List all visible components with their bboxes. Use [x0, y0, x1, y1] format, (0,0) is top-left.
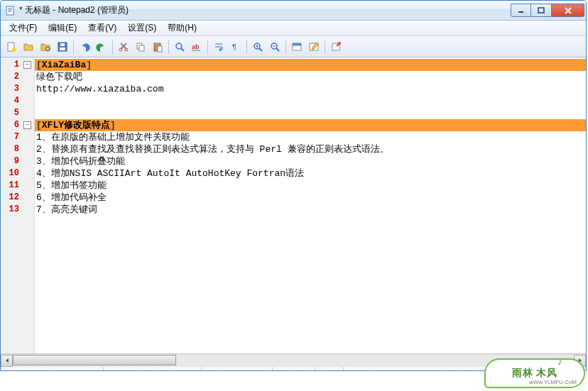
menu-help[interactable]: 帮助(H)	[162, 21, 202, 35]
minimize-button[interactable]	[511, 4, 531, 17]
editor-area: 1−23456−78910111213 [XiaZaiBa]绿色下载吧http:…	[1, 57, 586, 354]
maximize-button[interactable]	[531, 4, 552, 17]
window-title: * 无标题 - Notepad2 (管理员)	[19, 4, 511, 16]
svg-rect-8	[60, 43, 65, 46]
new-icon[interactable]	[4, 39, 19, 55]
toolbar-separator	[246, 40, 247, 54]
whitespace-icon[interactable]: ¶	[228, 39, 244, 55]
menubar: 文件(F) 编辑(E) 查看(V) 设置(S) 帮助(H)	[1, 21, 586, 36]
copy-icon[interactable]	[133, 39, 148, 55]
redo-icon[interactable]	[94, 39, 109, 55]
watermark-text: 雨林 木风	[512, 367, 558, 380]
svg-rect-15	[158, 46, 162, 52]
cut-icon[interactable]	[116, 39, 131, 55]
svg-rect-14	[156, 43, 159, 45]
scroll-left-button[interactable]	[1, 355, 13, 367]
line-number[interactable]: 3	[1, 83, 34, 95]
svg-rect-12	[139, 45, 144, 51]
toolbar-separator	[207, 40, 208, 54]
line-number[interactable]: 8	[1, 143, 34, 155]
line-number[interactable]: 11	[1, 180, 34, 192]
line-number[interactable]: 10	[1, 167, 34, 180]
menu-edit[interactable]: 编辑(E)	[43, 21, 82, 35]
save-icon[interactable]	[55, 39, 70, 55]
code-line[interactable]: 4、增加NSIS ASCIIArt AutoIt AutoHotKey Fort…	[35, 167, 586, 180]
app-window: * 无标题 - Notepad2 (管理员) 文件(F) 编辑(E) 查看(V)…	[0, 0, 587, 371]
line-number[interactable]: 12	[1, 192, 34, 204]
line-number[interactable]: 13	[1, 204, 34, 216]
toolbar-separator	[325, 40, 325, 54]
code-line[interactable]: [XiaZaiBa]	[35, 59, 586, 71]
code-line[interactable]: 6、增加代码补全	[35, 192, 586, 204]
toolbar-separator	[285, 40, 286, 54]
code-area[interactable]: [XiaZaiBa]绿色下载吧http://www.xiazaiba.com[X…	[35, 57, 586, 353]
line-number[interactable]: 9	[1, 155, 34, 167]
scroll-thumb[interactable]	[13, 355, 176, 365]
wordwrap-icon[interactable]	[211, 39, 227, 55]
svg-text:¶: ¶	[232, 43, 236, 51]
toolbar: ab ¶	[1, 36, 586, 57]
svg-rect-7	[60, 48, 65, 50]
svg-point-16	[176, 43, 182, 49]
app-icon	[5, 5, 16, 16]
watermark-logo: ♪ 雨林 木风 wWw.YLMFU.CoM	[484, 358, 585, 388]
svg-text:ab: ab	[192, 43, 200, 50]
customize-icon[interactable]	[306, 39, 322, 55]
svg-line-17	[181, 48, 184, 51]
fold-toggle-icon[interactable]: −	[23, 121, 31, 129]
line-number[interactable]: 7	[1, 131, 34, 143]
status-ovr[interactable]: INS	[315, 367, 344, 371]
status-position[interactable]: 行 6 : 13 列 11 选定 0	[1, 367, 104, 371]
line-number-gutter[interactable]: 1−23456−78910111213	[1, 57, 35, 353]
scheme-icon[interactable]	[289, 39, 305, 55]
code-line[interactable]: http://www.xiazaiba.com	[35, 83, 586, 95]
open-icon[interactable]	[21, 39, 36, 55]
code-line[interactable]: 2、替换原有查找及查找替换正则表达式算法，支持与 Perl 兼容的正则表达式语法…	[35, 143, 586, 155]
svg-rect-25	[293, 43, 301, 45]
toolbar-separator	[112, 40, 113, 54]
code-line[interactable]	[35, 107, 586, 119]
svg-line-21	[259, 48, 262, 51]
menu-settings[interactable]: 设置(S)	[122, 21, 162, 35]
browse-icon[interactable]	[38, 39, 53, 55]
line-number[interactable]: 1−	[1, 59, 34, 71]
svg-line-23	[276, 48, 279, 51]
window-controls	[511, 4, 584, 17]
titlebar[interactable]: * 无标题 - Notepad2 (管理员)	[1, 1, 586, 21]
paste-icon[interactable]	[150, 39, 165, 55]
status-bytes[interactable]: 304 字节	[104, 367, 202, 371]
close-button[interactable]	[552, 4, 584, 17]
code-line[interactable]: 1、在原版的基础上增加文件关联功能	[35, 131, 586, 143]
menu-view[interactable]: 查看(V)	[82, 21, 122, 35]
zoomin-icon[interactable]	[250, 39, 266, 55]
line-number[interactable]: 5	[1, 107, 34, 119]
leaf-icon: ♪	[557, 356, 562, 367]
svg-point-4	[12, 48, 16, 52]
toolbar-separator	[73, 40, 74, 54]
toolbar-separator	[168, 40, 169, 54]
status-eol[interactable]: CR+LF	[273, 367, 315, 371]
status-encoding[interactable]: ANSI	[202, 367, 273, 371]
replace-icon[interactable]: ab	[189, 39, 205, 55]
code-line[interactable]: 7、高亮关键词	[35, 204, 586, 216]
code-line[interactable]: 5、增加书签功能	[35, 180, 586, 192]
find-icon[interactable]	[172, 39, 187, 55]
fold-toggle-icon[interactable]: −	[23, 61, 31, 69]
line-number[interactable]: 2	[1, 71, 34, 83]
code-line[interactable]	[35, 95, 586, 107]
watermark-url: wWw.YLMFU.CoM	[529, 379, 577, 385]
ontop-icon[interactable]	[328, 39, 344, 55]
code-line[interactable]: 绿色下载吧	[35, 71, 586, 83]
undo-icon[interactable]	[77, 39, 92, 55]
menu-file[interactable]: 文件(F)	[4, 21, 43, 35]
zoomout-icon[interactable]	[267, 39, 283, 55]
svg-point-28	[338, 42, 341, 45]
line-number[interactable]: 6−	[1, 119, 34, 131]
code-line[interactable]: [XFLY修改版特点]	[35, 119, 586, 131]
svg-rect-0	[6, 6, 13, 15]
line-number[interactable]: 4	[1, 95, 34, 107]
code-line[interactable]: 3、增加代码折叠功能	[35, 155, 586, 167]
svg-rect-2	[538, 8, 544, 13]
